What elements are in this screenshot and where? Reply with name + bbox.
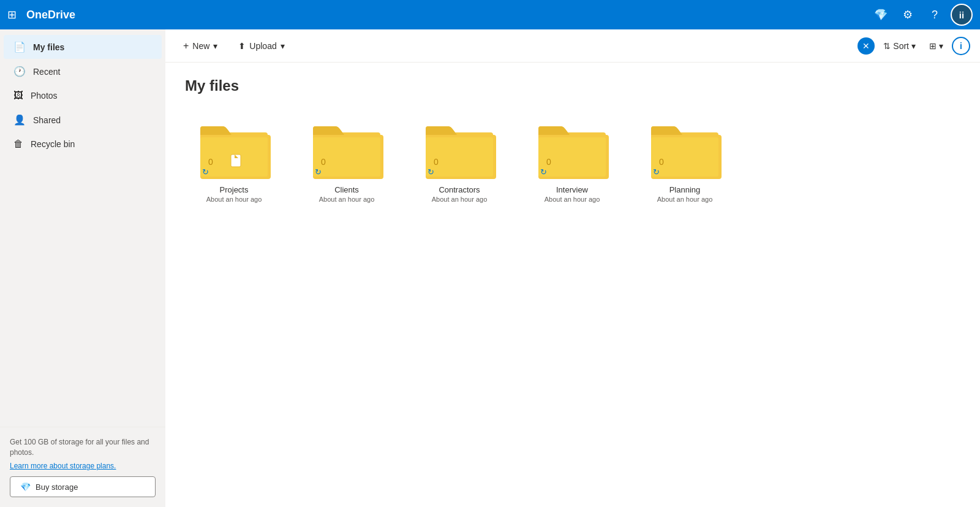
folder-time: About an hour ago	[432, 196, 488, 203]
sync-icon: ↻	[315, 167, 322, 177]
settings-button[interactable]: ⚙	[897, 4, 919, 26]
folder-icon-wrapper: 0 ↻	[648, 119, 722, 180]
folder-time: About an hour ago	[657, 196, 713, 203]
app-logo: OneDrive	[26, 9, 870, 21]
svg-text:0: 0	[434, 157, 439, 167]
upload-chevron-icon: ▾	[281, 41, 285, 51]
plus-icon: +	[183, 40, 189, 51]
upload-icon: ⬆	[238, 41, 246, 51]
grid-view-icon: ⊞	[929, 41, 937, 51]
info-button[interactable]: i	[952, 37, 970, 55]
page-content: My files 0 ↻ Projects About an h	[165, 63, 980, 507]
sync-icon: ↻	[428, 167, 434, 177]
svg-text:0: 0	[546, 157, 551, 167]
view-chevron-icon: ▾	[939, 41, 943, 51]
diamond-icon-button[interactable]: 💎	[870, 4, 892, 26]
sort-icon: ⇅	[883, 41, 891, 51]
sort-button[interactable]: ⇅ Sort ▾	[878, 39, 921, 53]
help-button[interactable]: ?	[924, 4, 946, 26]
sidebar-item-label: My files	[33, 42, 64, 52]
folder-time: About an hour ago	[206, 196, 262, 203]
toolbar: + New ▾ ⬆ Upload ▾ ✕ ⇅ Sort ▾ ⊞ ▾	[165, 29, 980, 63]
folder-name: Planning	[669, 185, 701, 194]
sidebar-item-label: Shared	[33, 115, 61, 125]
sidebar-nav: 📄 My files 🕐 Recent 🖼 Photos 👤 Shared 🗑 …	[0, 34, 165, 427]
sync-icon: ↻	[202, 167, 209, 177]
grid-menu-button[interactable]: ⊞	[7, 8, 17, 21]
new-chevron-icon: ▾	[213, 41, 217, 51]
buy-storage-label: Buy storage	[36, 482, 78, 492]
folder-icon-wrapper: 0 ↻	[197, 119, 271, 180]
folder-item[interactable]: 0 ↻ Contractors About an hour ago	[410, 114, 508, 208]
sidebar-item-label: Photos	[31, 91, 58, 101]
folder-item[interactable]: 0 ↻ Planning About an hour ago	[636, 114, 734, 208]
sync-icon: ↻	[540, 167, 547, 177]
sidebar-item-label: Recent	[33, 67, 60, 77]
folder-time: About an hour ago	[319, 196, 375, 203]
buy-storage-button[interactable]: 💎 Buy storage	[10, 476, 156, 497]
folder-name: Projects	[220, 185, 249, 194]
folder-icon-wrapper: 0 ↻	[535, 119, 609, 180]
main-layout: 📄 My files 🕐 Recent 🖼 Photos 👤 Shared 🗑 …	[0, 29, 980, 507]
avatar[interactable]: ii	[951, 4, 973, 26]
grid-icon: ⊞	[7, 8, 17, 21]
svg-text:0: 0	[659, 157, 664, 167]
folder-icon-wrapper: 0 ↻	[310, 119, 383, 180]
sidebar-item-label: Recycle bin	[31, 139, 75, 149]
sidebar-item-recycle-bin[interactable]: 🗑 Recycle bin	[4, 132, 162, 156]
view-button[interactable]: ⊞ ▾	[924, 39, 948, 53]
recent-icon: 🕐	[13, 66, 26, 77]
storage-link[interactable]: Learn more about storage plans.	[10, 462, 116, 470]
folder-item[interactable]: 0 ↻ Projects About an hour ago	[185, 114, 283, 208]
new-label: New	[192, 41, 209, 51]
upload-label: Upload	[249, 41, 276, 51]
folder-item[interactable]: 0 ↻ Clients About an hour ago	[298, 114, 396, 208]
sidebar-item-shared[interactable]: 👤 Shared	[4, 108, 162, 132]
folder-name: Clients	[334, 185, 359, 194]
sidebar-bottom: Get 100 GB of storage for all your files…	[0, 427, 165, 507]
upload-button[interactable]: ⬆ Upload ▾	[230, 37, 292, 55]
sync-icon: ↻	[653, 167, 660, 177]
folder-name: Contractors	[439, 185, 480, 194]
folders-grid: 0 ↻ Projects About an hour ago 0	[185, 114, 960, 208]
svg-text:0: 0	[208, 157, 213, 167]
folder-icon-wrapper: 0 ↻	[423, 119, 496, 180]
sidebar: 📄 My files 🕐 Recent 🖼 Photos 👤 Shared 🗑 …	[0, 29, 165, 507]
topbar-icons: 💎 ⚙ ? ii	[870, 4, 973, 26]
folder-item[interactable]: 0 ↻ Interview About an hour ago	[523, 114, 621, 208]
sidebar-item-photos[interactable]: 🖼 Photos	[4, 84, 162, 107]
page-title: My files	[185, 77, 960, 94]
diamond-icon: 💎	[20, 482, 31, 492]
svg-text:0: 0	[321, 157, 326, 167]
sort-label: Sort	[893, 41, 909, 51]
new-button[interactable]: + New ▾	[175, 36, 225, 56]
folder-time: About an hour ago	[545, 196, 600, 203]
folder-name: Interview	[556, 185, 588, 194]
clear-button[interactable]: ✕	[858, 37, 875, 55]
shared-icon: 👤	[13, 114, 26, 126]
storage-text: Get 100 GB of storage for all your files…	[10, 437, 156, 458]
sidebar-item-recent[interactable]: 🕐 Recent	[4, 59, 162, 83]
topbar: ⊞ OneDrive 💎 ⚙ ? ii	[0, 0, 980, 29]
photos-icon: 🖼	[13, 90, 23, 101]
toolbar-right: ✕ ⇅ Sort ▾ ⊞ ▾ i	[858, 37, 970, 55]
sidebar-item-my-files[interactable]: 📄 My files	[4, 35, 162, 59]
sort-chevron-icon: ▾	[911, 41, 916, 51]
content-area: + New ▾ ⬆ Upload ▾ ✕ ⇅ Sort ▾ ⊞ ▾	[165, 29, 980, 507]
recycle-bin-icon: 🗑	[13, 139, 23, 150]
my-files-icon: 📄	[13, 41, 26, 53]
